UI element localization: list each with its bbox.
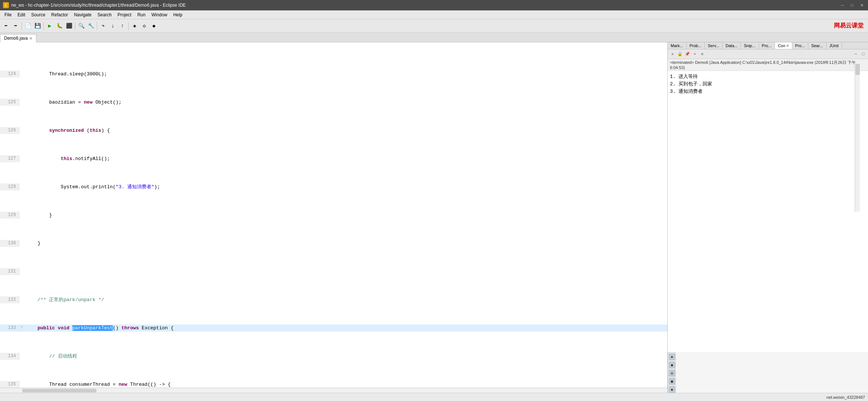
- console-header: <terminated> Demo6 [Java Application] C:…: [668, 59, 868, 71]
- tab-console-label: Con =: [778, 43, 789, 48]
- toolbar-debug[interactable]: 🐛: [55, 22, 64, 30]
- toolbar-new[interactable]: 📄: [23, 22, 32, 30]
- console-output: 1. 进入等待 2. 买到包子，回家 3. 通知消费者: [668, 71, 868, 352]
- line-number: 131: [0, 268, 19, 275]
- menu-edit[interactable]: Edit: [14, 12, 28, 18]
- line-marker: [19, 183, 24, 190]
- console-menu-btn[interactable]: ≡: [699, 51, 706, 58]
- line-code[interactable]: // 启动线程: [24, 353, 77, 360]
- table-row: 131: [0, 268, 667, 275]
- console-scroll-lock-btn[interactable]: 🔒: [677, 51, 683, 58]
- menu-help[interactable]: Help: [170, 12, 185, 18]
- sidebar-icon-5[interactable]: ◆: [669, 386, 675, 393]
- console-line-2: 2. 买到包子，回家: [670, 81, 866, 88]
- toolbar-step-into[interactable]: ↓: [108, 22, 117, 30]
- console-line-3-text: 3. 通知消费者: [670, 89, 703, 94]
- tab-console[interactable]: Con =: [775, 42, 792, 49]
- console-line-3: 3. 通知消费者: [670, 88, 866, 95]
- menu-run[interactable]: Run: [134, 12, 148, 18]
- console-minimize-btn[interactable]: ─: [852, 51, 859, 58]
- tab-servers[interactable]: Serv...: [705, 42, 723, 49]
- tab-markers[interactable]: Mark...: [668, 42, 687, 49]
- menu-file[interactable]: File: [1, 12, 14, 18]
- minimize-button[interactable]: ─: [839, 2, 846, 9]
- status-user: net.weixin_43228497: [826, 395, 865, 400]
- tab-properties[interactable]: Pro...: [792, 42, 808, 49]
- code-container[interactable]: 124 Thread.sleep(3000L); 125 baozidian =…: [0, 42, 667, 388]
- window-controls[interactable]: ─ □ ✕: [839, 2, 865, 9]
- toolbar-ref[interactable]: 🔧: [86, 22, 95, 30]
- line-number: 129: [0, 212, 19, 219]
- line-number: 124: [0, 71, 19, 78]
- menu-navigate[interactable]: Navigate: [71, 12, 94, 18]
- toolbar-save[interactable]: 💾: [33, 22, 42, 30]
- tab-problems[interactable]: Prob...: [687, 42, 705, 49]
- line-code[interactable]: baozidian = new Object();: [24, 99, 121, 106]
- close-button[interactable]: ✕: [858, 2, 865, 9]
- line-code[interactable]: synchronized (this) {: [24, 127, 110, 134]
- toolbar-step-over[interactable]: ↷: [99, 22, 108, 30]
- line-marker: [19, 240, 24, 247]
- sidebar-icon-1[interactable]: ◈: [669, 353, 675, 360]
- editor-tab-demo6[interactable]: Demo6.java ✕: [0, 34, 36, 42]
- menu-refactor[interactable]: Refactor: [48, 12, 71, 18]
- toolbar-step-out[interactable]: ↑: [118, 22, 127, 30]
- table-row: 125 baozidian = new Object();: [0, 99, 667, 106]
- line-marker: [19, 381, 24, 388]
- line-code[interactable]: /** 正常的park/unpark */: [24, 296, 104, 303]
- toolbar-more-3[interactable]: ◆: [149, 22, 158, 30]
- sidebar-icon-3[interactable]: ◎: [669, 370, 675, 376]
- console-maximize-btn[interactable]: □: [860, 51, 867, 58]
- toolbar-more-1[interactable]: ◈: [130, 22, 139, 30]
- sidebar-icon-2[interactable]: ◉: [669, 362, 675, 368]
- tab-junit[interactable]: JUnit: [826, 42, 842, 49]
- close-tab-icon[interactable]: ✕: [29, 36, 32, 40]
- editor-tab-label: Demo6.java: [4, 36, 28, 41]
- table-row: 127 this.notifyAll();: [0, 155, 667, 162]
- console-pin-btn[interactable]: 📌: [684, 51, 691, 58]
- toolbar-sep-3: [75, 22, 75, 30]
- maximize-button[interactable]: □: [849, 2, 855, 9]
- toolbar-back[interactable]: ⬅: [1, 22, 10, 30]
- line-code[interactable]: Thread consumerThread = new Thread(() ->…: [24, 381, 171, 388]
- line-code[interactable]: System.out.println("3. 通知消费者");: [24, 183, 160, 190]
- line-code[interactable]: this.notifyAll();: [24, 155, 110, 162]
- line-code[interactable]: }: [24, 240, 40, 247]
- tab-bar: Demo6.java ✕: [0, 33, 868, 42]
- line-number: 133: [0, 325, 19, 332]
- menu-search[interactable]: Search: [95, 12, 115, 18]
- line-number: 134: [0, 353, 19, 360]
- menu-source[interactable]: Source: [28, 12, 48, 18]
- table-row: 129 }: [0, 212, 667, 219]
- toolbar-stop[interactable]: ⬛: [65, 22, 73, 30]
- line-code[interactable]: public void parkUnparkTest() throws Exce…: [24, 325, 174, 332]
- toolbar-forward[interactable]: ➡: [11, 22, 20, 30]
- console-clear-btn[interactable]: ✕: [669, 51, 676, 58]
- line-code[interactable]: }: [24, 212, 52, 219]
- toolbar-search[interactable]: 🔍: [77, 22, 86, 30]
- menu-window[interactable]: Window: [148, 12, 170, 18]
- sidebar-icon-4[interactable]: ▣: [669, 378, 675, 385]
- status-bar: net.weixin_43228497: [0, 393, 868, 401]
- line-marker: *: [19, 325, 24, 332]
- console-scrollbar[interactable]: [855, 63, 860, 212]
- menu-project[interactable]: Project: [115, 12, 134, 18]
- table-row: 132 /** 正常的park/unpark */: [0, 296, 667, 303]
- table-row: 126 synchronized (this) {: [0, 127, 667, 134]
- tab-data[interactable]: Data...: [723, 42, 741, 49]
- main-layout: 124 Thread.sleep(3000L); 125 baozidian =…: [0, 42, 868, 393]
- line-number: 135: [0, 381, 19, 388]
- line-marker: [19, 71, 24, 78]
- line-number: 130: [0, 240, 19, 247]
- horizontal-scrollbar[interactable]: [0, 388, 667, 393]
- line-code[interactable]: Thread.sleep(3000L);: [24, 71, 107, 78]
- tab-search[interactable]: Sear...: [808, 42, 826, 49]
- toolbar-run[interactable]: ▶: [45, 22, 54, 30]
- tab-snippets[interactable]: Snip...: [741, 42, 759, 49]
- toolbar-more-2[interactable]: ◇: [140, 22, 149, 30]
- tab-progress[interactable]: Pro...: [759, 42, 775, 49]
- line-marker: [19, 296, 24, 303]
- code-content[interactable]: 124 Thread.sleep(3000L); 125 baozidian =…: [0, 42, 667, 388]
- console-new-btn[interactable]: +: [691, 51, 698, 58]
- table-row: 134 // 启动线程: [0, 353, 667, 360]
